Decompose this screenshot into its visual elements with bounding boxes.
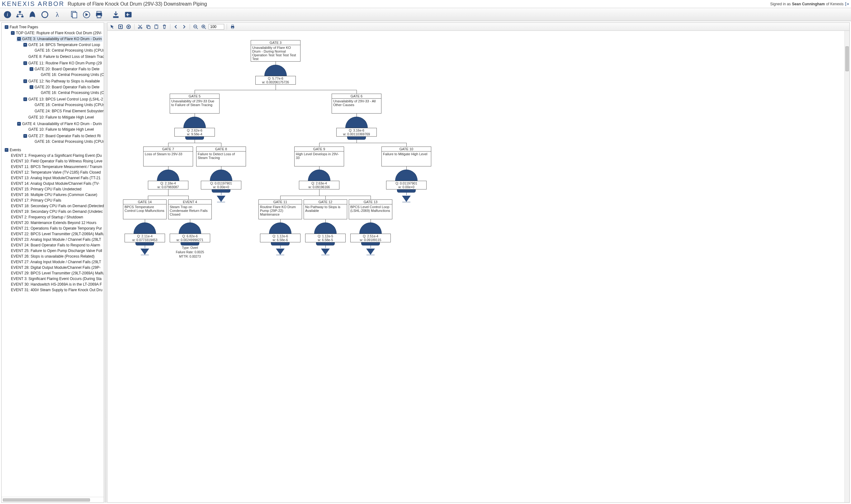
- signin-of: of Kenexis: [826, 2, 844, 6]
- hierarchy-button[interactable]: [14, 9, 25, 20]
- basic-event-button[interactable]: [39, 9, 50, 20]
- svg-text:λ: λ: [56, 11, 59, 18]
- svg-rect-13: [113, 16, 119, 18]
- download-button[interactable]: [110, 9, 121, 20]
- back-button[interactable]: [123, 9, 134, 20]
- logout-icon[interactable]: [845, 2, 849, 6]
- run-button[interactable]: [81, 9, 92, 20]
- signin-prefix: Signed in as: [770, 2, 791, 6]
- svg-rect-3: [17, 16, 19, 17]
- header-bar: Kenexis Arbor Rupture of Flare Knock Out…: [0, 0, 851, 8]
- svg-rect-2: [19, 11, 21, 13]
- svg-text:i: i: [7, 12, 8, 17]
- svg-rect-10: [97, 11, 101, 13]
- pages-button[interactable]: [69, 9, 80, 20]
- signin-user: Sean Cunningham: [792, 2, 825, 6]
- signin-status: Signed in as Sean Cunningham of Kenexis: [770, 2, 849, 6]
- page-title: Rupture of Flare Knock Out Drum (29V-33)…: [68, 1, 770, 7]
- info-button[interactable]: i: [2, 9, 13, 20]
- brand-logo: Kenexis Arbor: [2, 0, 65, 7]
- or-gate-button[interactable]: [27, 9, 38, 20]
- svg-rect-8: [72, 13, 77, 18]
- svg-point-5: [42, 12, 48, 17]
- print-button[interactable]: [93, 9, 105, 20]
- svg-rect-4: [21, 16, 23, 17]
- main-toolbar: i λ: [0, 8, 851, 21]
- lambda-button[interactable]: λ: [52, 9, 63, 20]
